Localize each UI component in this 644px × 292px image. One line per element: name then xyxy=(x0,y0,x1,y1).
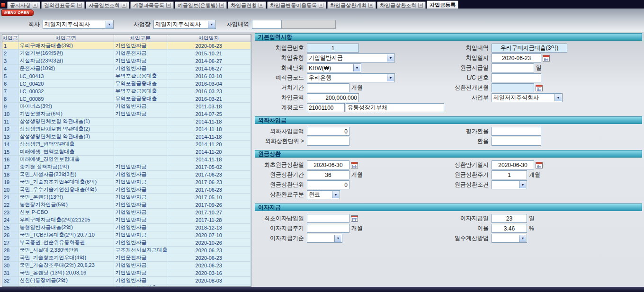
loan-cell[interactable]: 26 xyxy=(2,231,18,239)
chevron-down-icon[interactable]: ▼ xyxy=(555,94,562,101)
loan-cell[interactable]: 2017-10-27 xyxy=(167,209,251,216)
loan-cell[interactable]: 기업일반자금 xyxy=(114,163,167,171)
repay-unit-field[interactable] xyxy=(307,180,349,189)
grace-period-field[interactable] xyxy=(307,83,349,92)
loan-row[interactable]: 21국민_온렌딩(13억)기업일반자금2017-05-10 xyxy=(2,194,251,201)
calendar-icon[interactable] xyxy=(543,55,550,62)
loan-row[interactable]: 10기업운영자금(6억)기업일반자금2014-07-25 xyxy=(2,110,251,118)
loan-row[interactable]: 26국민_TCB신용대출(2억) 20.7.10기업일반자금2020-07-10 xyxy=(2,231,251,239)
loan-cell[interactable]: 시설자금(23억3천) xyxy=(18,57,114,65)
interest-cycle-field[interactable] xyxy=(307,224,349,233)
loan-cell[interactable]: 16 xyxy=(2,156,18,163)
tab-close-icon[interactable]: × xyxy=(368,3,373,8)
tab-close-icon[interactable]: × xyxy=(319,3,323,8)
loan-row[interactable]: 11삼성생명단체보험 약관대출(1)2014-11-18 xyxy=(2,118,251,125)
tab-close-icon[interactable]: × xyxy=(33,3,37,8)
loan-row[interactable]: 25농협일반자금대출(2억)기업일반자금2018-12-13 xyxy=(2,224,251,231)
loan-row[interactable]: 6LC_00420무역포괄금융대출2016-03-04 xyxy=(2,80,251,88)
tab-item[interactable]: 계정과목등록× xyxy=(130,1,174,9)
loan-cell[interactable]: LC_00420 xyxy=(18,80,114,88)
calendar-icon[interactable] xyxy=(536,162,543,168)
site-select[interactable]: 제일저지주식회사 ▼ xyxy=(153,20,216,29)
repay-period-field[interactable] xyxy=(307,170,349,179)
loan-cell[interactable]: 기업일반자금 xyxy=(114,239,167,247)
tab-item[interactable]: 차입금상환계획× xyxy=(327,1,376,9)
tab-item[interactable]: 자금일보조회× xyxy=(86,1,129,9)
division-select[interactable]: 제일저지주식회사 ▼ xyxy=(492,93,563,102)
repay-condition-select[interactable]: ▼ xyxy=(492,180,527,189)
loan-cell[interactable]: 우리구매자금대출(3억) xyxy=(18,42,114,50)
loan-row[interactable]: 2기업기보(16억5천)기업운전자금2015-10-21 xyxy=(2,50,251,57)
loan-cell[interactable]: 2020-06-23 xyxy=(167,262,251,269)
loan-cell[interactable]: 23 xyxy=(2,209,18,216)
loan-cell[interactable]: 2011-03-18 xyxy=(167,103,251,110)
loan-cell[interactable]: 2 xyxy=(2,50,18,57)
day-count-select[interactable]: ▼ xyxy=(492,234,527,243)
loan-cell[interactable]: 2017-05-10 xyxy=(167,194,251,201)
loan-cell[interactable]: 국민_시설대 2,330백만원 xyxy=(18,247,114,254)
loan-cell[interactable]: 20 xyxy=(2,186,18,194)
chevron-down-icon[interactable]: ▼ xyxy=(208,21,215,28)
loan-cell[interactable]: 부국증권_선순위유동화증권 xyxy=(18,239,114,247)
loan-cell[interactable]: 기업일반자금 xyxy=(114,262,167,269)
chevron-down-icon[interactable]: ▼ xyxy=(332,191,339,198)
loan-cell[interactable]: 6 xyxy=(2,80,18,88)
loan-cell[interactable]: 2014-06-27 xyxy=(167,65,251,72)
loan-cell[interactable]: 운전자금(10억) xyxy=(18,65,114,72)
loan-row[interactable]: 32신한(-)통장예금(2억)기업일반자금2020-08-03 xyxy=(2,277,251,284)
loan-cell[interactable]: 2017-06-23 xyxy=(167,171,251,178)
loan-cell[interactable]: 2020-07-10 xyxy=(167,231,251,239)
loan-cell[interactable]: 국민_온렌딩(13억) xyxy=(18,194,114,201)
loan-cell[interactable]: 2014-11-18 xyxy=(167,125,251,133)
loan-cell[interactable]: 2017-09-26 xyxy=(167,201,251,209)
loan-cell[interactable]: 국민_기술창조우대(2억) 20,6,23 xyxy=(18,262,114,269)
loan-cell[interactable]: 기업일반자금 xyxy=(114,194,167,201)
loan-row[interactable]: 31국민_온렌딩 (13억) 20,03,16기업일반자금2020-03-16 xyxy=(2,269,251,277)
loan-cell[interactable]: 2016-03-23 xyxy=(167,88,251,95)
loan-cell[interactable] xyxy=(114,118,167,125)
loan-cell[interactable]: 2020-08-03 xyxy=(167,277,251,284)
loan-cell[interactable]: 기업기보(16억5천) xyxy=(18,50,114,57)
loan-cell[interactable]: 10 xyxy=(2,110,18,118)
chevron-down-icon[interactable]: ▼ xyxy=(353,64,360,71)
loan-cell[interactable]: 농협장기차입금(5억) xyxy=(18,201,114,209)
first-principal-date-field[interactable] xyxy=(307,160,349,169)
loan-cell[interactable]: 2017-11-28 xyxy=(167,216,251,224)
loan-cell[interactable]: 7 xyxy=(2,88,18,95)
loan-row[interactable]: 3시설자금(23억3천)기업일반자금2014-06-27 xyxy=(2,57,251,65)
account-code-field[interactable] xyxy=(307,103,345,112)
loan-row[interactable]: 12삼성생명단체보험 약관대출(2)2014-11-18 xyxy=(2,125,251,133)
loan-cell[interactable]: LC_00413 xyxy=(18,72,114,80)
loan-cell[interactable]: 27 xyxy=(2,239,18,247)
loan-cell[interactable]: 24 xyxy=(2,216,18,224)
loan-cell[interactable]: 국민_시설자금(23억3천) xyxy=(18,171,114,178)
loan-cell[interactable]: 기업일반자금 xyxy=(114,216,167,224)
account-name-field[interactable] xyxy=(346,103,444,112)
loan-cell[interactable]: 31 xyxy=(2,269,18,277)
deposit-code-select[interactable]: 우리은행 ▼ xyxy=(307,73,395,82)
loan-date-field[interactable] xyxy=(492,53,541,62)
loan-row[interactable]: 4운전자금(10억)기업일반자금2014-06-27 xyxy=(2,65,251,72)
loan-cell[interactable]: 기업일반자금 xyxy=(114,103,167,110)
loan-cell[interactable]: 12 xyxy=(2,125,18,133)
loan-row[interactable]: 27부국증권_선순위유동화증권기업일반자금2020-10-26 xyxy=(2,239,251,247)
loan-desc-code-input[interactable] xyxy=(252,20,281,29)
tab-close-icon[interactable]: × xyxy=(418,3,423,8)
loan-cell[interactable]: 2014-11-18 xyxy=(167,118,251,125)
loan-cell[interactable]: 신보 P-CBO xyxy=(18,209,114,216)
loan-cell[interactable]: 21 xyxy=(2,194,18,201)
loan-cell[interactable]: 국민_기술창조기업우대(4억) xyxy=(18,254,114,262)
loan-cell[interactable]: 19 xyxy=(2,178,18,186)
loan-cell[interactable]: 5 xyxy=(2,72,18,80)
currency-select[interactable]: KRW(₩) ▼ xyxy=(307,63,361,72)
loan-row[interactable]: 20국민_우수기술기업신용대출(4억)기업일반자금2017-06-23 xyxy=(2,186,251,194)
loan-cell[interactable]: 기업일반자금 xyxy=(114,42,167,50)
interest-rate-field[interactable] xyxy=(492,224,527,233)
loan-cell[interactable]: 마이너스(3억) xyxy=(18,103,114,110)
tab-close-icon[interactable]: × xyxy=(77,3,82,8)
loan-cell[interactable]: 미래에셋_경영인보험대출 xyxy=(18,156,114,163)
loan-cell[interactable]: 9 xyxy=(2,103,18,110)
tab-item[interactable]: 결의전표등록× xyxy=(41,1,85,9)
loan-cell[interactable]: 13 xyxy=(2,133,18,141)
loan-cell[interactable]: 국민_TCB신용대출(2억) 20.7.10 xyxy=(18,231,114,239)
